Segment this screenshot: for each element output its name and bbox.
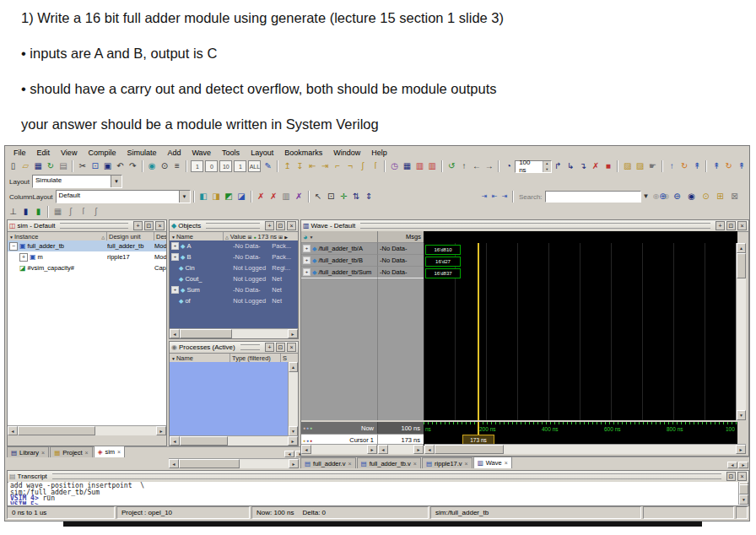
transcript-panel-header[interactable]: ▤ Transcript ⊡ × (8, 471, 748, 483)
spin-down-icon[interactable]: ▼ (543, 166, 551, 172)
run-length-arrows[interactable]: ▲ ▼ (543, 161, 551, 172)
scroll-thumb[interactable] (180, 436, 228, 446)
close-icon[interactable]: × (505, 460, 508, 466)
footer-icon-2[interactable]: ● (306, 425, 309, 430)
expand-box[interactable]: + (171, 242, 179, 250)
search-input[interactable] (545, 191, 641, 203)
force-10-button[interactable]: 10 (219, 160, 232, 172)
prev-rising-edge-button[interactable]: ⌐ (332, 160, 344, 173)
scroll-up-button[interactable]: ↑ (666, 160, 678, 173)
objects-panel-grip[interactable] (206, 223, 260, 229)
expand-header-icon[interactable]: ⊞ (248, 234, 252, 240)
restart-button[interactable]: ↺ (446, 160, 458, 173)
scroll-right-icon[interactable]: ► (288, 436, 298, 446)
layout-combo-dropdown[interactable]: ▼ (111, 176, 122, 187)
transcript-float-button[interactable]: ⊡ (726, 472, 736, 481)
search-dropdown[interactable]: ▼ (641, 192, 651, 202)
filter-icon[interactable]: ▼ (171, 235, 176, 240)
sim-panel-grip[interactable] (60, 223, 128, 229)
continue-run-button[interactable]: ↳ (564, 160, 577, 173)
resize-grip[interactable] (736, 506, 748, 519)
scroll-left-icon[interactable]: ◄ (169, 459, 179, 468)
menu-layout[interactable]: Layout (251, 149, 273, 157)
tabs-scroll-right-icon[interactable]: ► (738, 462, 748, 468)
expand-box[interactable]: + (303, 257, 310, 264)
run-length-spinner[interactable]: 100 ns ▲ ▼ (515, 160, 552, 173)
scroll-right-icon[interactable]: ► (413, 445, 424, 454)
next-transition-button[interactable]: ⇥ (319, 160, 332, 173)
signal-edge2-button[interactable]: ſ (77, 205, 89, 218)
close-icon[interactable]: × (465, 461, 468, 467)
sim-row-full-adder-tb[interactable]: − ▣ full_adder_tb full_adder_tb Module (8, 240, 166, 251)
print-button[interactable]: ▤ (57, 160, 70, 173)
transcript-close-button[interactable]: × (737, 472, 747, 481)
wave-group-dropdown-icon[interactable]: ▼ (309, 235, 313, 240)
objects-close-button[interactable]: × (287, 221, 296, 230)
filter-icon[interactable]: ▼ (9, 235, 14, 240)
refresh-button[interactable]: ↻ (45, 160, 57, 173)
wave-names-hscrollbar[interactable]: ◄ ► (301, 444, 377, 454)
processes-panel-header[interactable]: ◉ Processes (Active) + ⊡ × (170, 342, 298, 354)
scroll-up-icon[interactable]: ▲ (737, 243, 746, 253)
scroll-right-icon[interactable]: ► (288, 329, 298, 338)
collapse-box[interactable]: − (9, 242, 18, 251)
signal-edge3-button[interactable]: ʃ (89, 205, 102, 218)
object-row-Sum[interactable]: +◆Sum -No Data- Net Inte (170, 284, 298, 295)
menu-edit[interactable]: Edit (37, 149, 51, 157)
expand-box[interactable]: + (19, 253, 28, 262)
wave-dock-button[interactable]: + (716, 221, 725, 230)
cancel-right-button[interactable]: ✗ (267, 191, 280, 203)
force-boxed1-button[interactable]: 1 (234, 160, 246, 172)
scroll-down-icon[interactable]: ▼ (737, 410, 746, 420)
wave-ruler[interactable]: ns 200 ns 400 ns 600 ns 800 ns 100 173 n… (424, 422, 737, 446)
processes-close-button[interactable]: × (287, 343, 296, 352)
next-rising-edge-button[interactable]: ¬ (344, 160, 357, 173)
run-button[interactable]: ↱ (552, 160, 564, 173)
breakpoints-clear-button[interactable]: ▥ (426, 160, 439, 173)
goto-prev-button[interactable]: ⇤ (489, 192, 500, 202)
processes-hscrollbar[interactable]: ◄ ► (170, 435, 298, 446)
zoom-mode-button[interactable]: ⊡ (325, 191, 338, 203)
tabs-scroll-left-icon[interactable]: ◄ (284, 451, 294, 457)
zoom-cursor-button[interactable]: ⊙ (699, 191, 712, 203)
expand-columns-button[interactable]: ≡ (171, 160, 184, 173)
prev-transition-button[interactable]: ⇤ (306, 160, 319, 173)
zoom-range-button[interactable]: ⊞ (714, 191, 726, 203)
columnlayout-combo-value[interactable]: Default (57, 191, 179, 203)
wave-float-button[interactable]: ⊡ (726, 221, 736, 230)
processes-panel-grip[interactable] (240, 344, 260, 350)
layout-combo[interactable]: Simulate ▼ (32, 175, 122, 188)
cursor-delete-icon[interactable]: ● (310, 438, 312, 443)
scroll-thumb[interactable] (737, 253, 746, 278)
expand-box[interactable]: + (303, 245, 310, 252)
wave-close-button[interactable]: × (737, 221, 747, 230)
tab-full-adder-v[interactable]: ▤ full_adder.v × (300, 457, 356, 468)
undo-button[interactable]: ↶ (114, 160, 127, 173)
object-row-of[interactable]: ◆of Not Logged Net Inte (170, 295, 298, 306)
compile-button[interactable]: ◉ (146, 160, 159, 173)
tab-sim[interactable]: ◈ sim × (94, 446, 126, 457)
processes-vscrollbar[interactable]: ▲ ▼ (288, 362, 298, 436)
waveform-view[interactable]: 16'd810 16'd27 16'd837 (424, 243, 737, 420)
wave-panel-header[interactable]: ▥ Wave - Default + ⊡ × (301, 220, 748, 232)
objects-hscrollbar[interactable]: ◄ ► (170, 328, 298, 338)
menu-bookmarks[interactable]: Bookmarks (284, 149, 322, 157)
columnlayout-combo-dropdown[interactable]: ▼ (179, 191, 190, 203)
scroll-left-icon[interactable]: ◄ (378, 445, 388, 454)
add-selected-to-wave-button[interactable]: ◧ (197, 191, 210, 203)
menu-add[interactable]: Add (167, 149, 181, 157)
scroll-right-icon[interactable]: ► (156, 426, 166, 435)
sim-panel-header[interactable]: ◫ sim - Default + ⊡ × (8, 220, 166, 232)
new-file-button[interactable]: ▯ (7, 160, 19, 173)
find-button[interactable]: ⊙ (159, 160, 171, 173)
menu-compile[interactable]: Compile (88, 149, 116, 157)
paste-button[interactable]: ▣ (101, 160, 114, 173)
stop-button[interactable]: ■ (602, 160, 614, 173)
expand-box[interactable]: + (171, 253, 179, 261)
sort-icon[interactable]: △ (101, 235, 105, 240)
footer-icon-1[interactable]: ● (303, 425, 305, 430)
prev-falling-edge-button[interactable]: ʃ (357, 160, 370, 173)
edit-force-button[interactable]: ✎ (262, 160, 274, 173)
left-dock-hscrollbar[interactable]: ◄ ► (169, 458, 299, 468)
object-row-A[interactable]: +◆A -No Data- Pack... Inte (170, 240, 298, 251)
